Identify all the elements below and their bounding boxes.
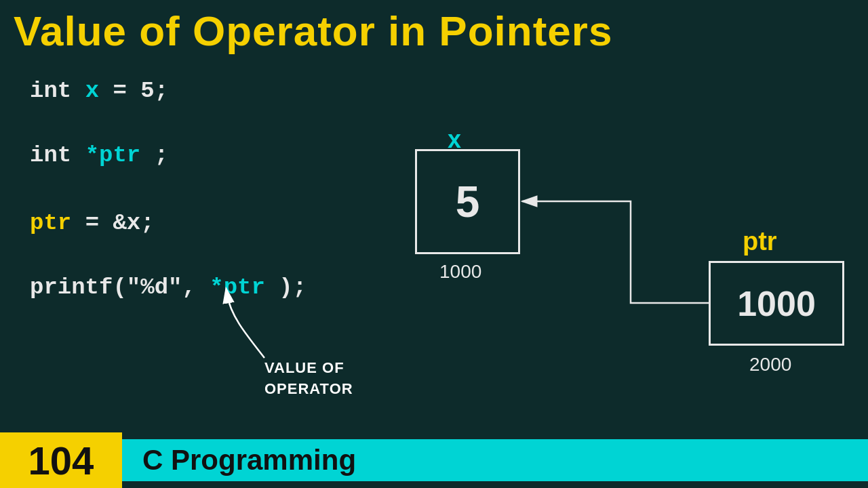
episode-number: 104 <box>28 438 94 483</box>
ptr-memory-box: 1000 <box>709 261 844 346</box>
bottom-banner: 104 C Programming <box>0 432 868 488</box>
ptr-star: *ptr <box>85 142 141 168</box>
code-rest-1: = 5; <box>113 78 168 104</box>
annotation: Value of Operator <box>264 358 353 400</box>
ptr-value: 1000 <box>737 283 816 324</box>
code-line-1: int x = 5; <box>30 78 168 104</box>
episode-box: 104 <box>0 432 122 488</box>
code-line-2: int *ptr ; <box>30 142 168 168</box>
printf-kw: printf("%d", <box>30 274 196 300</box>
code-line-4: printf("%d", *ptr ); <box>30 274 307 300</box>
ptr-address-label: 2000 <box>749 354 791 375</box>
annotation-line1: Value of <box>264 358 353 379</box>
var-ptr-assign: ptr <box>30 210 71 236</box>
star-ptr: *ptr <box>210 274 265 300</box>
x-value: 5 <box>456 177 480 227</box>
x-address-label: 1000 <box>439 261 481 283</box>
ptr-var-label: ptr <box>743 227 777 256</box>
topic-text: C Programming <box>142 444 356 476</box>
code-line-3: ptr = &x; <box>30 210 155 236</box>
annotation-line2: Operator <box>264 379 353 400</box>
topic-box: C Programming <box>122 439 868 481</box>
page-title: Value of Operator in Pointers <box>14 7 612 55</box>
keyword-int-1: int <box>30 78 71 104</box>
x-memory-box: 5 <box>415 149 520 254</box>
code-rest-4: ); <box>279 274 307 300</box>
code-rest-3: = &x; <box>85 210 155 236</box>
var-x: x <box>85 78 99 104</box>
code-rest-2: ; <box>155 142 168 168</box>
keyword-int-2: int <box>30 142 71 168</box>
